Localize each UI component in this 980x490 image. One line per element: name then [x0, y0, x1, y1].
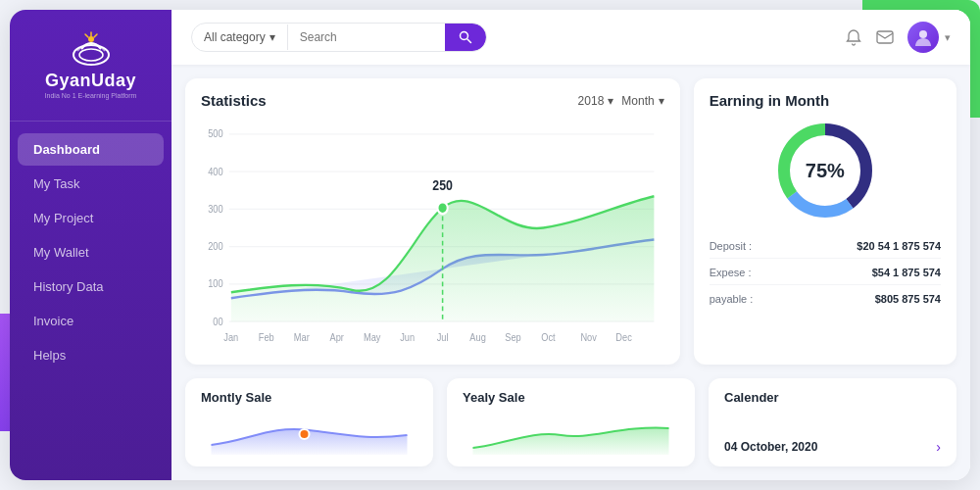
year-chevron-icon: ▾	[608, 94, 613, 108]
statistics-controls: 2018 ▾ Month ▾	[578, 94, 664, 108]
svg-text:Nov: Nov	[580, 332, 596, 344]
svg-text:Mar: Mar	[294, 332, 311, 344]
calendar-title: Calender	[724, 390, 941, 405]
svg-point-38	[300, 429, 310, 439]
category-button[interactable]: All category ▾	[192, 24, 288, 50]
calendar-next-button[interactable]: ›	[936, 439, 941, 455]
svg-text:Feb: Feb	[259, 332, 274, 344]
period-selector[interactable]: Month ▾	[621, 94, 663, 108]
svg-text:Sep: Sep	[505, 332, 521, 344]
calendar-nav: 04 October, 2020 ›	[724, 439, 941, 455]
mail-button[interactable]	[876, 30, 894, 44]
main-content: All category ▾	[172, 10, 970, 480]
avatar-button[interactable]: ▾	[907, 22, 951, 53]
calendar-date: 04 October, 2020	[724, 440, 817, 454]
bottom-row: Montly Sale	[185, 378, 956, 466]
earning-title: Earning in Month	[710, 92, 941, 109]
svg-text:300: 300	[208, 203, 223, 215]
expense-value: $54 1 875 574	[872, 267, 941, 278]
monthly-sale-body	[201, 411, 417, 455]
chart-container: 500 400 300 200 100 00	[201, 117, 664, 351]
svg-text:00: 00	[213, 316, 223, 327]
yearly-sale-chart	[463, 411, 679, 455]
svg-rect-4	[877, 31, 893, 43]
svg-text:100: 100	[208, 278, 223, 290]
sidebar-item-dashboard[interactable]: Dashboard	[18, 133, 164, 166]
svg-text:400: 400	[208, 166, 223, 177]
sidebar-item-historydata[interactable]: History Data	[18, 270, 164, 303]
search-button[interactable]	[445, 24, 486, 51]
cards-row: Statistics 2018 ▾ Month ▾	[185, 78, 956, 365]
deposit-label: Deposit :	[710, 240, 752, 252]
bell-icon	[845, 28, 862, 46]
app-container: GyanUday India No 1 E-learning Platform …	[10, 10, 970, 480]
deposit-value: $20 54 1 875 574	[857, 240, 941, 252]
sidebar-item-myproject[interactable]: My Project	[18, 202, 164, 234]
year-selector[interactable]: 2018 ▾	[578, 94, 614, 108]
svg-text:Oct: Oct	[541, 332, 556, 344]
header-icons: ▾	[845, 22, 951, 53]
statistics-card: Statistics 2018 ▾ Month ▾	[185, 78, 680, 365]
svg-text:Dec: Dec	[615, 332, 631, 344]
sidebar: GyanUday India No 1 E-learning Platform …	[10, 10, 172, 480]
calendar-card: Calender 04 October, 2020 ›	[709, 378, 956, 466]
avatar	[907, 22, 939, 53]
svg-point-3	[460, 32, 467, 40]
expense-label: Expese :	[710, 267, 752, 278]
year-label: 2018	[578, 94, 605, 108]
svg-text:500: 500	[208, 128, 223, 140]
sidebar-item-invoice[interactable]: Invoice	[18, 305, 164, 337]
svg-point-5	[919, 30, 927, 38]
logo-icon	[68, 29, 115, 67]
svg-point-2	[88, 36, 94, 42]
yearly-sale-card: Yealy Sale	[447, 378, 695, 466]
monthly-sale-title: Montly Sale	[201, 390, 417, 405]
monthly-sale-card: Montly Sale	[185, 378, 433, 466]
svg-text:Aug: Aug	[469, 332, 485, 344]
sidebar-nav: Dashboard My Task My Project My Wallet H…	[10, 133, 172, 371]
svg-text:Jan: Jan	[223, 332, 238, 344]
category-chevron-icon: ▾	[270, 30, 275, 44]
mail-icon	[876, 30, 894, 44]
earning-card: Earning in Month 75%	[694, 78, 956, 365]
svg-text:Jun: Jun	[400, 332, 415, 344]
content-area: Statistics 2018 ▾ Month ▾	[172, 65, 970, 480]
svg-text:Apr: Apr	[330, 332, 345, 344]
period-chevron-icon: ▾	[659, 94, 664, 108]
deposit-row: Deposit : $20 54 1 875 574	[710, 240, 941, 259]
sidebar-item-mywallet[interactable]: My Wallet	[18, 236, 164, 269]
yearly-sale-title: Yealy Sale	[463, 390, 679, 405]
period-label: Month	[621, 94, 654, 108]
search-icon	[459, 30, 472, 44]
payable-value: $805 875 574	[875, 293, 941, 305]
svg-text:200: 200	[208, 241, 223, 253]
earning-stats: Deposit : $20 54 1 875 574 Expese : $54 …	[710, 240, 941, 305]
sidebar-logo: GyanUday India No 1 E-learning Platform	[10, 29, 172, 122]
logo-title: GyanUday	[45, 71, 136, 91]
statistics-header: Statistics 2018 ▾ Month ▾	[201, 92, 664, 109]
avatar-chevron-icon: ▾	[945, 31, 951, 44]
sidebar-item-helps[interactable]: Helps	[18, 339, 164, 371]
svg-point-1	[79, 49, 103, 61]
search-bar: All category ▾	[191, 23, 487, 52]
notification-button[interactable]	[845, 28, 862, 46]
donut-percentage: 75%	[806, 160, 845, 181]
header: All category ▾	[172, 10, 970, 65]
donut-container: 75%	[710, 117, 941, 224]
svg-text:Jul: Jul	[437, 332, 449, 344]
search-input[interactable]	[288, 24, 445, 50]
svg-text:250: 250	[432, 177, 453, 193]
logo-subtitle: India No 1 E-learning Platform	[45, 91, 137, 101]
donut-label: 75%	[806, 160, 845, 182]
yearly-sale-body	[463, 411, 679, 455]
payable-row: payable : $805 875 574	[710, 293, 941, 305]
svg-text:May: May	[364, 332, 380, 344]
expense-row: Expese : $54 1 875 574	[710, 267, 941, 285]
sidebar-item-mytask[interactable]: My Task	[18, 168, 164, 200]
svg-point-21	[437, 202, 447, 214]
payable-label: payable :	[710, 293, 754, 305]
monthly-sale-chart	[201, 411, 417, 455]
category-label: All category	[204, 30, 266, 44]
statistics-title: Statistics	[201, 92, 267, 109]
statistics-chart: 500 400 300 200 100 00	[201, 117, 664, 351]
